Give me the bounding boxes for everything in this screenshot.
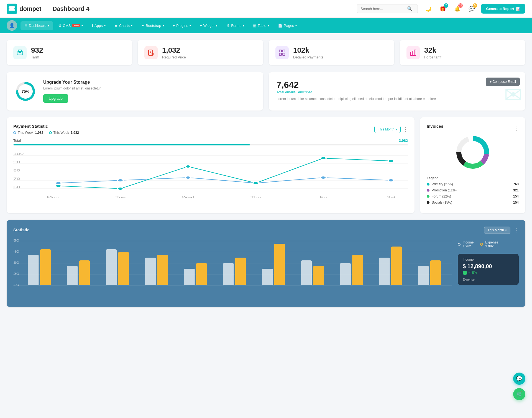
primary-dot (427, 183, 429, 186)
sidebar-item-charts[interactable]: ★ Charts ▾ (111, 21, 136, 30)
tooltip-income-amount: $ 12,890,00 (463, 263, 514, 270)
messages-button[interactable]: 💬5 (467, 4, 477, 14)
expense-dot (480, 243, 483, 246)
force-tariff-value: 32k (424, 46, 441, 55)
svg-rect-17 (283, 53, 285, 55)
legend-income-expense: Income 1.982 Expense 1.982 (458, 240, 519, 248)
search-input[interactable] (360, 7, 405, 11)
svg-rect-15 (283, 50, 285, 52)
svg-rect-2 (9, 8, 15, 9)
legend-row-forum: Forum (22%) 154 (427, 194, 519, 198)
required-price-value: 1,032 (162, 46, 186, 55)
new-badge: New (72, 24, 80, 27)
chevron-down-icon: ▾ (295, 24, 297, 27)
invoices-card: Invoices ⋮ Legend (420, 117, 525, 213)
sidebar-item-dashboard[interactable]: ⊞ Dashboard ▾ (21, 21, 53, 30)
payment-legend: This Week 1.982 This Week 1.982 (13, 131, 79, 135)
total-bar-fill (13, 144, 250, 145)
forum-dot (427, 195, 429, 198)
charts-row: Payment Statistic This Week 1.982 This W… (7, 117, 525, 213)
chevron-down-icon: ▾ (190, 24, 191, 27)
sidebar-item-forms[interactable]: 🖨 Forms ▾ (222, 21, 248, 30)
stat-cards: 932 Tariff 1,032 Required Price (7, 40, 525, 65)
legend-item-1: This Week 1.982 (13, 131, 44, 135)
sidebar-item-bootstrap[interactable]: ✦ Bootstrap ▾ (137, 21, 168, 30)
svg-text:80: 80 (13, 169, 20, 172)
force-tariff-label: Force tariff (424, 55, 441, 59)
svg-text:30: 30 (13, 261, 19, 264)
bootstrap-icon: ✦ (141, 24, 144, 28)
svg-point-35 (185, 176, 191, 179)
svg-rect-71 (118, 252, 129, 285)
search-icon: 🔍 (407, 6, 413, 11)
theme-toggle-button[interactable]: 🌙 (423, 4, 433, 14)
widget-icon: ♥ (200, 24, 202, 28)
charts-icon: ★ (114, 24, 118, 28)
svg-rect-81 (313, 266, 324, 285)
svg-text:Wed: Wed (182, 196, 195, 199)
svg-rect-86 (418, 266, 429, 285)
legend-expense: Expense 1.982 (480, 240, 498, 248)
svg-text:90: 90 (13, 160, 20, 164)
sidebar-item-cms[interactable]: ⚙ CMS New ▾ (54, 21, 87, 30)
sidebar-item-pages[interactable]: 📄 Pages ▾ (274, 21, 301, 30)
payment-title: Payment Statistic This Week 1.982 This W… (13, 124, 79, 135)
svg-rect-82 (340, 263, 351, 285)
sidebar-item-widget[interactable]: ♥ Widget ▾ (196, 21, 221, 30)
chevron-down-icon: ▾ (243, 24, 244, 27)
svg-rect-75 (196, 263, 207, 285)
notifications-button[interactable]: 🔔12 (452, 4, 462, 14)
statistic-header: Statistic This Month ▾ ⋮ (13, 227, 519, 234)
svg-text:10: 10 (13, 283, 19, 286)
promotion-dot (427, 189, 429, 192)
storage-card: 75% Upgrade Your Storage Lorem ipsum dol… (7, 72, 263, 111)
statistic-filter-button[interactable]: This Month ▾ (484, 227, 510, 234)
sidebar-item-plugins[interactable]: ♥ Plugins ▾ (169, 21, 195, 30)
svg-rect-73 (157, 255, 168, 285)
logo: dompet (7, 4, 41, 14)
table-icon: ▦ (253, 24, 256, 28)
payment-header: Payment Statistic This Week 1.982 This W… (13, 124, 408, 135)
svg-rect-87 (430, 260, 441, 285)
gift-button[interactable]: 🎁2 (438, 4, 448, 14)
header: dompet Dashboard 4 🔍 🌙 🎁2 🔔12 💬5 Generat… (0, 0, 532, 18)
tooltip-expense-label: Expense (463, 278, 514, 281)
stat-card-detailed-payments: 102k Detailed Payments (269, 40, 394, 65)
required-price-icon (144, 46, 158, 59)
plugins-icon: ♥ (173, 24, 175, 28)
income-dot (458, 243, 461, 246)
search-bar[interactable]: 🔍 (357, 4, 418, 13)
mail-icon: ✉ (504, 82, 523, 108)
sidebar-item-apps[interactable]: ℹ Apps ▾ (88, 21, 109, 30)
payment-filter-button[interactable]: This Month ▾ (374, 126, 401, 133)
stat-card-tariff: 932 Tariff (7, 40, 132, 65)
generate-report-button[interactable]: Generate Report 📊 (481, 4, 525, 14)
svg-point-39 (56, 184, 61, 187)
detailed-payments-icon (275, 46, 289, 59)
payment-more-button[interactable]: ⋮ (403, 126, 408, 132)
svg-point-33 (56, 182, 61, 184)
sidebar-item-table[interactable]: ▦ Table ▾ (249, 21, 273, 30)
svg-text:60: 60 (13, 185, 20, 189)
statistic-more-button[interactable]: ⋮ (514, 227, 519, 233)
payment-statistic-card: Payment Statistic This Week 1.982 This W… (7, 117, 415, 213)
svg-text:Mon: Mon (47, 196, 59, 199)
legend-row-primary: Primary (27%) 763 (427, 182, 519, 186)
legend-item-2: This Week 1.982 (49, 131, 79, 135)
legend-row-promotion: Promotion (11%) 321 (427, 188, 519, 192)
svg-text:40: 40 (13, 250, 19, 253)
storage-description: Lorem ipsum dolor sit amet, onsectetur. (43, 86, 101, 90)
invoices-more-button[interactable]: ⋮ (514, 125, 519, 132)
storage-donut: 75% (14, 80, 37, 102)
logo-icon (7, 4, 17, 14)
svg-rect-78 (262, 269, 273, 285)
svg-rect-80 (301, 260, 312, 285)
messages-badge: 5 (473, 3, 477, 8)
svg-rect-16 (279, 53, 282, 55)
arrow-up-icon: ↑ (463, 271, 467, 275)
svg-rect-83 (352, 255, 363, 285)
legend-title: Legend (427, 176, 519, 180)
svg-point-41 (185, 165, 191, 168)
svg-point-44 (388, 160, 394, 162)
upgrade-button[interactable]: Upgrade (43, 94, 68, 103)
